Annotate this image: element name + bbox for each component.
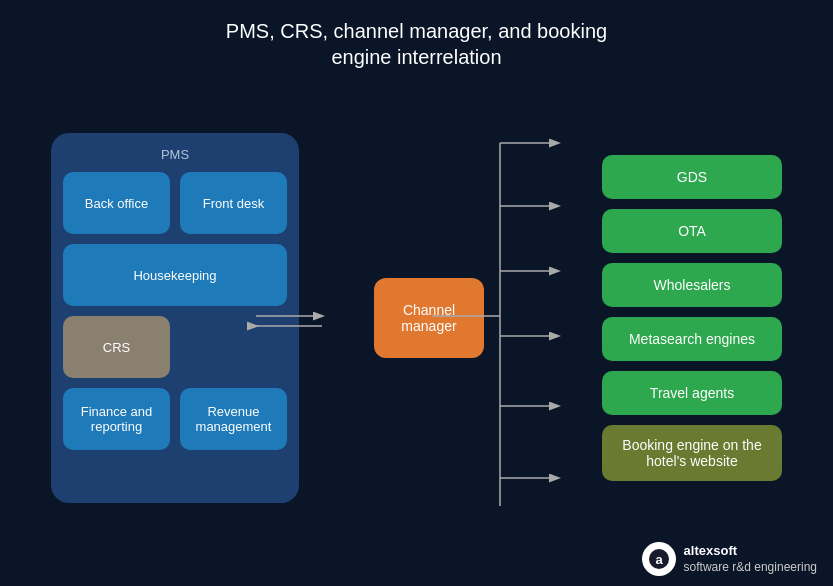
box-gds: GDS (602, 155, 782, 199)
pms-container: PMS Back office Front desk Housekeeping … (51, 133, 299, 503)
box-ota: OTA (602, 209, 782, 253)
box-metasearch: Metasearch engines (602, 317, 782, 361)
page-title: PMS, CRS, channel manager, and bookingen… (0, 0, 833, 84)
logo-circle: a (642, 542, 676, 576)
pms-label: PMS (161, 147, 189, 162)
svg-text:a: a (655, 552, 663, 567)
box-wholesalers: Wholesalers (602, 263, 782, 307)
logo-tagline: software r&d engineering (684, 560, 817, 574)
pms-cell-front-desk: Front desk (180, 172, 287, 234)
box-booking-engine: Booking engine on the hotel's website (602, 425, 782, 481)
pms-cell-housekeeping: Housekeeping (63, 244, 287, 306)
channel-manager-box: Channel manager (374, 278, 484, 358)
pms-cell-finance: Finance and reporting (63, 388, 170, 450)
right-boxes: GDS OTA Wholesalers Metasearch engines T… (602, 155, 782, 481)
box-travel-agents: Travel agents (602, 371, 782, 415)
pms-cell-crs: CRS (63, 316, 170, 378)
logo-area: a altexsoft software r&d engineering (642, 542, 817, 576)
pms-cell-revenue: Revenue management (180, 388, 287, 450)
pms-cell-back-office: Back office (63, 172, 170, 234)
logo-name: altexsoft (684, 543, 737, 558)
